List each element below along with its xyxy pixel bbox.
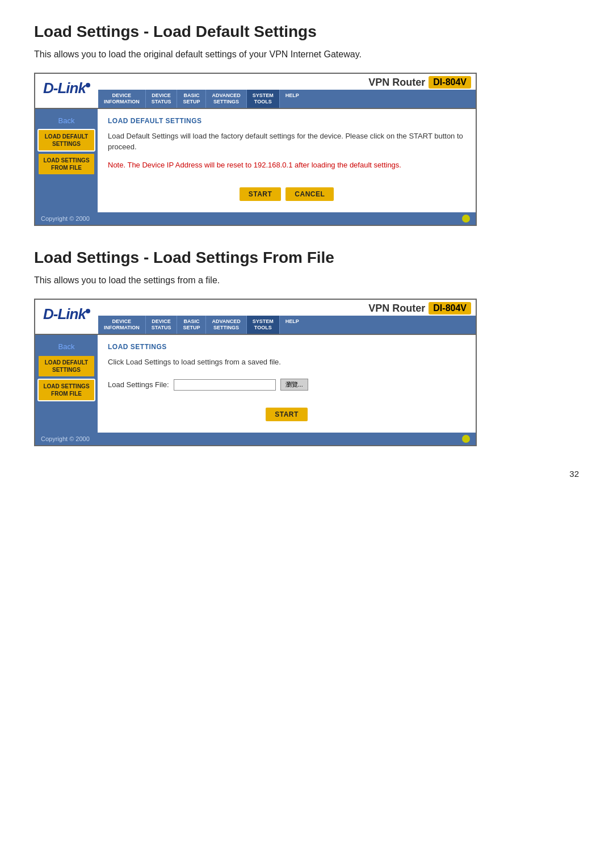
section1-description: This allows you to load the original def… <box>34 48 579 61</box>
nav-device-status-2[interactable]: DEVICESTATUS <box>146 316 178 334</box>
router-content-2: Back LOAD DEFAULTSETTINGS LOAD SETTINGSF… <box>35 335 476 433</box>
vpn-label-2: VPN Router <box>368 303 425 315</box>
copyright-2: Copyright © 2000 <box>41 435 90 442</box>
sidebar-2: Back LOAD DEFAULTSETTINGS LOAD SETTINGSF… <box>35 335 98 433</box>
nav-basic-setup-1[interactable]: BASICSETUP <box>177 90 206 108</box>
nav-advanced-1[interactable]: ADVANCEDSETTINGS <box>206 90 246 108</box>
content-heading-1: LOAD DEFAULT SETTINGS <box>108 117 465 125</box>
vpn-brand-2: VPN Router DI-804V <box>98 300 476 316</box>
start-button-1[interactable]: Start <box>240 187 282 201</box>
start-button-2[interactable]: Start <box>266 408 308 421</box>
router-footer-1: Copyright © 2000 <box>35 212 476 225</box>
nav-system-tools-2[interactable]: SYSTEMTOOLS <box>247 316 280 334</box>
router-header-1: D-Link VPN Router DI-804V DEVICEINFORMAT… <box>35 74 476 109</box>
sidebar-1: Back LOAD DEFAULTSETTINGS LOAD SETTINGSF… <box>35 109 98 213</box>
content-text1-1: Load Default Settings will load the fact… <box>108 131 465 153</box>
content-heading-2: LOAD SETTINGS <box>108 343 465 351</box>
sidebar-load-from-file-1[interactable]: LOAD SETTINGSFROM FILE <box>39 154 94 174</box>
nav-bar-1: DEVICEINFORMATION DEVICESTATUS BASICSETU… <box>98 90 476 108</box>
file-label: Load Settings File: <box>108 380 169 389</box>
router-box-1: D-Link VPN Router DI-804V DEVICEINFORMAT… <box>34 73 477 226</box>
nav-help-1[interactable]: HELP <box>280 90 305 108</box>
dlink-logo-1: D-Link <box>35 74 98 108</box>
nav-basic-setup-2[interactable]: BASICSETUP <box>177 316 206 334</box>
page-number: 32 <box>569 469 579 479</box>
nav-device-status-1[interactable]: DEVICESTATUS <box>146 90 178 108</box>
nav-bar-2: DEVICEINFORMATION DEVICESTATUS BASICSETU… <box>98 316 476 334</box>
button-row-2: Start <box>108 402 465 425</box>
section2-title: Load Settings - Load Settings From File <box>34 249 579 267</box>
sidebar-load-default-1[interactable]: LOAD DEFAULTSETTINGS <box>39 130 94 150</box>
router-title-area-2: VPN Router DI-804V DEVICEINFORMATION DEV… <box>98 300 476 334</box>
sidebar-back-1[interactable]: Back <box>39 115 94 127</box>
file-input[interactable] <box>174 379 276 391</box>
router-title-area-1: VPN Router DI-804V DEVICEINFORMATION DEV… <box>98 74 476 108</box>
cancel-button-1[interactable]: Cancel <box>285 187 334 201</box>
router-footer-2: Copyright © 2000 <box>35 433 476 445</box>
router-header-2: D-Link VPN Router DI-804V DEVICEINFORMAT… <box>35 300 476 335</box>
dlink-logo-2: D-Link <box>35 300 98 334</box>
model-badge-1: DI-804V <box>429 76 471 89</box>
content-panel-1: LOAD DEFAULT SETTINGS Load Default Setti… <box>98 109 476 213</box>
button-row-1: Start Cancel <box>108 182 465 204</box>
footer-dot-2 <box>462 435 470 443</box>
router-box-2: D-Link VPN Router DI-804V DEVICEINFORMAT… <box>34 299 477 446</box>
vpn-brand-1: VPN Router DI-804V <box>98 74 476 90</box>
sidebar-load-default-2[interactable]: LOAD DEFAULTSETTINGS <box>39 356 94 376</box>
footer-dot-1 <box>462 215 470 223</box>
content-panel-2: LOAD SETTINGS Click Load Settings to loa… <box>98 335 476 433</box>
router-content-1: Back LOAD DEFAULTSETTINGS LOAD SETTINGSF… <box>35 109 476 213</box>
note-text-1: Note. The Device IP Address will be rese… <box>108 160 465 171</box>
content-text1-2: Click Load Settings to load settings fro… <box>108 357 465 368</box>
model-badge-2: DI-804V <box>429 302 471 315</box>
file-input-row: Load Settings File: 瀏覽... <box>108 379 465 391</box>
nav-system-tools-1[interactable]: SYSTEMTOOLS <box>247 90 280 108</box>
sidebar-load-from-file-2[interactable]: LOAD SETTINGSFROM FILE <box>39 380 94 400</box>
section1-title: Load Settings - Load Default Settings <box>34 23 579 41</box>
nav-advanced-2[interactable]: ADVANCEDSETTINGS <box>206 316 246 334</box>
nav-device-info-2[interactable]: DEVICEINFORMATION <box>98 316 146 334</box>
section2-description: This allows you to load the settings fro… <box>34 274 579 287</box>
vpn-label-1: VPN Router <box>368 77 425 89</box>
nav-help-2[interactable]: HELP <box>280 316 305 334</box>
browse-button[interactable]: 瀏覽... <box>280 379 308 391</box>
sidebar-back-2[interactable]: Back <box>39 341 94 353</box>
nav-device-info-1[interactable]: DEVICEINFORMATION <box>98 90 146 108</box>
copyright-1: Copyright © 2000 <box>41 215 90 222</box>
